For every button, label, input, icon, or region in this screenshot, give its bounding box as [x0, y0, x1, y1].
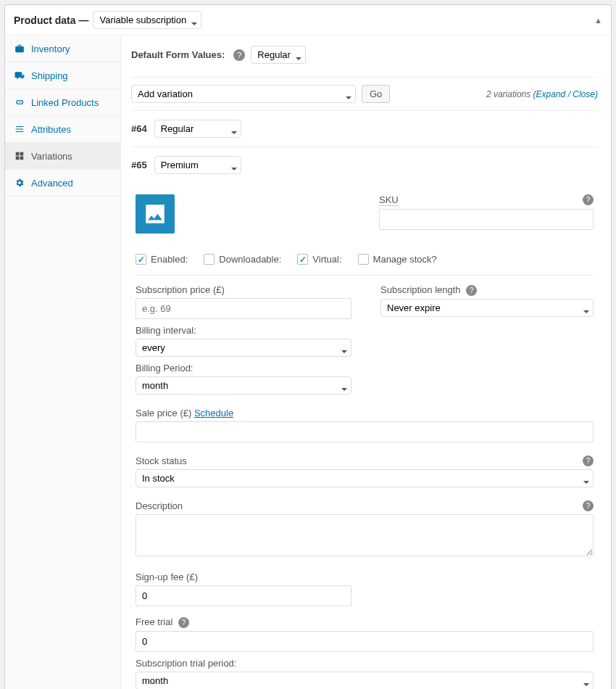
help-icon[interactable]: ? — [583, 455, 594, 466]
help-icon[interactable]: ? — [466, 285, 477, 296]
product-data-tabs: Inventory Shipping Linked Products Attri… — [5, 36, 121, 689]
list-icon — [14, 123, 25, 135]
sale-price-label: Sale price (£) Schedule — [136, 408, 594, 418]
variation-row[interactable]: #64 Regular — [131, 111, 598, 147]
variation-row[interactable]: #65 Premium — [131, 147, 598, 183]
sidebar-item-label: Attributes — [31, 124, 71, 135]
sidebar-item-label: Linked Products — [31, 97, 99, 108]
variation-action-select[interactable]: Add variation — [131, 85, 356, 103]
trial-period-label: Subscription trial period: — [136, 658, 594, 669]
panel-title: Product data — — [14, 15, 88, 26]
virtual-checkbox[interactable]: Virtual: — [297, 254, 341, 265]
help-icon[interactable]: ? — [583, 194, 594, 205]
stock-status-select[interactable]: In stock — [136, 469, 594, 487]
enabled-checkbox[interactable]: Enabled: — [136, 254, 188, 265]
signup-fee-label: Sign-up fee (£) — [136, 572, 594, 582]
help-icon[interactable]: ? — [178, 617, 189, 628]
help-icon[interactable]: ? — [583, 500, 594, 511]
subscription-length-label: Subscription length ? — [380, 284, 594, 296]
billing-period-label: Billing Period: — [136, 363, 351, 374]
sidebar-item-label: Advanced — [31, 178, 73, 189]
expand-link[interactable]: Expand — [536, 89, 566, 99]
checkbox-icon — [136, 254, 146, 265]
default-form-select[interactable]: Regular — [251, 46, 306, 64]
stock-status-label: Stock status ? — [136, 455, 594, 466]
sidebar-item-variations[interactable]: Variations — [5, 143, 120, 170]
variation-attribute-select[interactable]: Premium — [154, 156, 241, 174]
close-link[interactable]: Close — [573, 89, 595, 99]
schedule-link[interactable]: Schedule — [194, 408, 233, 418]
sidebar-item-label: Variations — [31, 151, 72, 162]
sidebar-item-label: Inventory — [31, 44, 70, 54]
sku-input[interactable] — [379, 209, 594, 230]
subscription-length-select[interactable]: Never expire — [380, 299, 594, 317]
free-trial-input[interactable] — [136, 631, 594, 652]
help-icon[interactable]: ? — [233, 49, 245, 61]
checkbox-icon — [358, 254, 369, 265]
sku-label: SKU ? — [379, 194, 594, 206]
product-type-select[interactable]: Variable subscription — [93, 11, 201, 29]
truck-icon — [14, 70, 25, 81]
subscription-price-label: Subscription price (£) — [136, 284, 351, 295]
billing-period-select[interactable]: month — [136, 376, 351, 395]
downloadable-checkbox[interactable]: Downloadable: — [204, 254, 281, 265]
description-label: Description ? — [136, 500, 594, 511]
manage-stock-checkbox[interactable]: Manage stock? — [358, 254, 437, 265]
sale-price-input[interactable] — [136, 421, 594, 442]
inventory-icon — [14, 43, 25, 54]
variation-image-upload[interactable] — [136, 194, 175, 234]
sidebar-item-linked-products[interactable]: Linked Products — [5, 89, 120, 116]
variations-summary: 2 variations (Expand / Close) — [486, 89, 598, 99]
description-textarea[interactable] — [136, 514, 594, 556]
gear-icon — [14, 177, 25, 189]
sidebar-item-shipping[interactable]: Shipping — [5, 62, 120, 89]
billing-interval-select[interactable]: every — [136, 339, 351, 357]
checkbox-icon — [297, 254, 308, 265]
subscription-price-input[interactable] — [136, 298, 351, 319]
link-icon — [14, 96, 25, 108]
free-trial-label: Free trial ? — [136, 616, 594, 628]
checkbox-icon — [204, 254, 215, 265]
trial-period-select[interactable]: month — [136, 672, 594, 689]
billing-interval-label: Billing interval: — [136, 325, 351, 336]
default-form-values-label: Default Form Values: — [131, 49, 225, 60]
grid-icon — [14, 150, 25, 162]
signup-fee-input[interactable] — [136, 585, 351, 606]
sidebar-item-label: Shipping — [31, 70, 68, 81]
collapse-panel-icon[interactable]: ▲ — [594, 16, 602, 25]
variation-attribute-select[interactable]: Regular — [154, 120, 241, 138]
go-button[interactable]: Go — [362, 85, 390, 103]
variation-id: #64 — [131, 123, 147, 134]
sidebar-item-advanced[interactable]: Advanced — [5, 170, 120, 197]
sidebar-item-inventory[interactable]: Inventory — [5, 36, 120, 62]
sidebar-item-attributes[interactable]: Attributes — [5, 116, 120, 143]
variation-id: #65 — [131, 160, 147, 170]
